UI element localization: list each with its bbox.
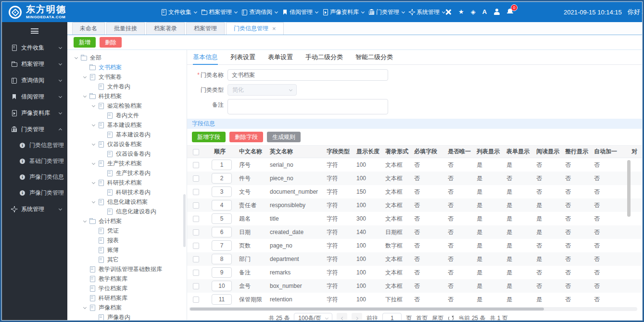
font-size-icon[interactable]: A [482,9,487,15]
topnav-item[interactable]: 声像资料库 [322,8,364,16]
tree-item[interactable]: 科研技术档案 [67,178,187,187]
tree-expand-icon[interactable] [92,161,95,164]
tree-expand-icon[interactable] [83,305,87,309]
tree-item[interactable]: 文书案卷 [67,72,187,82]
prev-page-button[interactable] [337,313,347,320]
topnav-item[interactable]: 门类管理 [368,8,404,16]
tree-item[interactable]: 信息化建设档案 [67,197,187,207]
order-input[interactable] [212,281,232,291]
topnav-item[interactable]: 系统管理 [409,8,445,16]
table-row[interactable]: 备注 remarks 字符 100 文本框 否 否 是 是 否 否 [187,266,642,279]
first-page-link[interactable]: 首页 [416,314,428,321]
row-checkbox[interactable] [193,283,199,289]
tree-item[interactable]: 文件卷内 [67,82,187,91]
sidebar-item[interactable]: 门类管理 [2,121,67,137]
tree-item[interactable]: 基本建设档案 [67,120,187,130]
next-page-button[interactable] [352,313,362,320]
order-input[interactable] [212,227,232,237]
sidebar-item[interactable]: 声像门类信息 [2,169,67,185]
panel-tab[interactable]: 表单设置 [268,50,293,64]
tree-item[interactable]: 信息化建设卷内 [67,207,187,216]
category-type-select[interactable]: 简化 [227,84,297,96]
tree-item[interactable]: 教学档案库 [67,274,187,284]
order-input[interactable] [212,173,232,184]
row-checkbox[interactable] [193,216,199,222]
fullscreen-icon[interactable] [445,9,452,15]
tree-expand-icon[interactable] [92,103,95,107]
tree-item[interactable]: 基本建设卷内 [67,130,187,139]
panel-tab[interactable]: 智能二级分类 [355,50,393,64]
horizontal-scrollbar-thumb[interactable] [190,308,544,310]
sidebar-collapse-button[interactable] [2,22,67,39]
tree-item[interactable]: 凭证 [67,226,187,235]
tree-expand-icon[interactable] [92,180,95,184]
row-checkbox[interactable] [193,243,199,249]
table-row[interactable]: 盒号 box_number 字符 100 文本框 否 否 是 是 否 否 [187,279,642,293]
category-name-input[interactable] [227,69,388,81]
tree-item[interactable]: 科研技术卷内 [67,187,187,197]
tree-scrollbar[interactable] [183,194,186,247]
table-row[interactable]: 件号 piece_no 字符 100 文本框 否 否 是 否 否 否 [187,172,642,185]
table-row[interactable]: 文号 document_number 字符 150 文本框 否 否 是 是 否 [187,185,642,198]
tree-item[interactable]: 教学训练管理基础数据库 [67,264,187,274]
row-checkbox[interactable] [193,175,199,182]
row-checkbox[interactable] [193,162,199,168]
tree-item[interactable]: 账簿 [67,245,187,255]
gem-icon[interactable]: ◈ [471,9,476,15]
generate-rule-button[interactable]: 生成规则 [267,132,301,142]
panel-tab[interactable]: 手动二级分类 [305,50,343,64]
order-input[interactable] [212,200,232,211]
tree-item[interactable]: 仪器设备档案 [67,139,187,149]
document-tab[interactable]: 档案管理 × [186,22,225,35]
topnav-item[interactable]: 档案管理 [201,8,237,16]
tree-expand-icon[interactable] [83,94,87,97]
row-checkbox[interactable] [193,229,199,235]
tree-expand-icon[interactable] [92,199,95,203]
table-row[interactable]: 题名 title 字符 300 文本框 否 否 是 是 是 否 [187,212,642,225]
tree-item[interactable]: 全部 [67,53,187,62]
tree-item[interactable]: 文书档案 [67,62,187,72]
tree-item[interactable]: 生产技术档案 [67,159,187,168]
row-checkbox[interactable] [193,202,199,209]
table-row[interactable]: 页数 page_no 字符 100 数字框 否 否 是 是 否 否 [187,239,642,252]
tree-item[interactable]: 声像档案 [67,303,187,312]
row-checkbox[interactable] [193,256,199,262]
select-all-checkbox[interactable] [193,149,199,155]
sidebar-item[interactable]: 查询借阅 [2,72,67,88]
table-vertical-scrollbar[interactable] [627,160,631,217]
user-greeting[interactable]: 你好 杨标 [628,8,644,16]
sidebar-item[interactable]: 系统管理 [2,201,67,217]
tree-item[interactable]: 其它 [67,255,187,264]
sidebar-item[interactable]: 文件收集 [2,39,67,56]
topnav-item[interactable]: 文件收集 [161,8,197,16]
order-input[interactable] [212,240,232,251]
delete-field-button[interactable]: 删除字段 [229,132,263,142]
add-field-button[interactable]: 新增字段 [192,132,226,142]
topnav-item[interactable]: 查询借阅 [241,8,278,16]
tree-expand-icon[interactable] [83,74,87,78]
row-checkbox[interactable] [193,297,199,303]
tree-item[interactable]: 会计档案 [67,216,187,226]
tree-item[interactable]: 报表 [67,235,187,245]
order-input[interactable] [212,186,232,197]
delete-button[interactable]: 删除 [100,37,122,48]
table-row[interactable]: 保管期限 retention 字符 100 下拉框 否 否 是 是 是 否 [187,293,642,306]
tree-expand-icon[interactable] [92,142,95,145]
tree-item[interactable]: 仪器设备卷内 [67,149,187,159]
row-checkbox[interactable] [193,270,199,276]
sidebar-item[interactable]: 声像资料库 [2,105,67,121]
note-textarea[interactable] [227,99,388,114]
table-row[interactable]: 日期 created_date 字符 140 日期框 否 否 是 是 是 否 [187,225,642,239]
tree-item[interactable]: 生产技术卷内 [67,168,187,178]
document-tab[interactable]: 门类信息管理 × [226,22,284,35]
refresh-icon[interactable] [448,315,454,321]
notification-bell[interactable]: 0 [507,8,514,16]
tree-item[interactable]: 科研档案库 [67,293,187,303]
order-input[interactable] [212,267,232,278]
sidebar-item[interactable]: 门类信息管理 [2,137,67,153]
goto-page-input[interactable] [382,313,402,321]
order-input[interactable] [212,213,232,224]
last-page-link[interactable]: 尾页 [432,314,443,321]
topnav-item[interactable]: 借阅管理 [282,8,318,16]
order-input[interactable] [212,254,232,264]
